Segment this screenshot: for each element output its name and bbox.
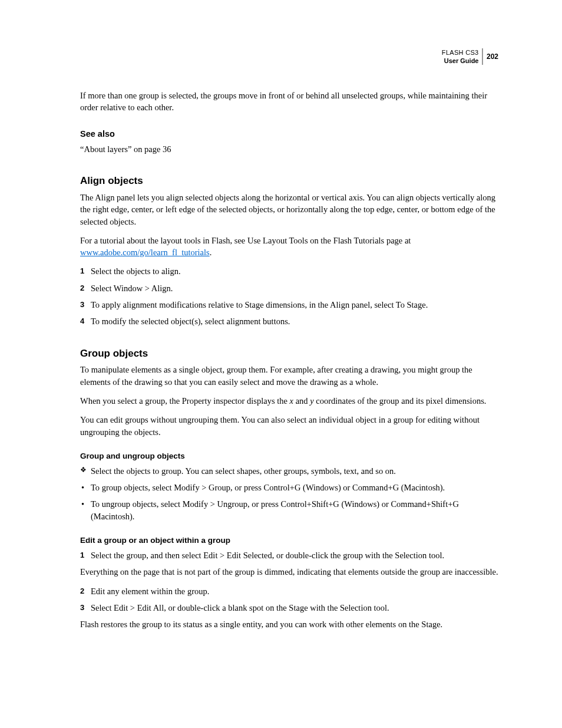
step-text: Edit any element within the group. (91, 585, 498, 597)
group-para2-post: coordinates of the group and its pixel d… (314, 396, 487, 406)
edit-group-heading: Edit a group or an object within a group (80, 535, 498, 546)
diamond-icon: ❖ (80, 465, 91, 477)
list-item: 2 Edit any element within the group. (80, 585, 498, 597)
bullet-icon: • (80, 498, 91, 522)
tutorials-link[interactable]: www.adobe.com/go/learn_fl_tutorials (80, 248, 210, 257)
diamond-item: ❖ Select the objects to group. You can s… (80, 465, 498, 477)
step-text: To modify the selected object(s), select… (91, 315, 498, 327)
group-para2-pre: When you select a group, the Property in… (80, 396, 290, 406)
bullet-text: To group objects, select Modify > Group,… (91, 482, 498, 493)
list-item: • To group objects, select Modify > Grou… (80, 482, 498, 493)
group-ungroup-heading: Group and ungroup objects (80, 451, 498, 462)
diamond-text: Select the objects to group. You can sel… (91, 465, 498, 477)
group-para1: To manipulate elements as a single objec… (80, 364, 498, 388)
list-item: 1 Select the objects to align. (80, 265, 498, 277)
list-item: 2 Select Window > Align. (80, 282, 498, 294)
list-item: 3 Select Edit > Edit All, or double-clic… (80, 602, 498, 614)
bullet-icon: • (80, 482, 91, 493)
step-number: 1 (80, 266, 91, 277)
edit-group-steps: 1 Select the group, and then select Edit… (80, 549, 498, 561)
step-number: 2 (80, 283, 91, 294)
intro-paragraph: If more than one group is selected, the … (80, 90, 498, 114)
bullet-text: To ungroup objects, select Modify > Ungr… (91, 498, 498, 522)
align-para1: The Align panel lets you align selected … (80, 192, 498, 228)
list-item: • To ungroup objects, select Modify > Un… (80, 498, 498, 522)
group-ungroup-bullets: • To group objects, select Modify > Grou… (80, 482, 498, 522)
step-number: 4 (80, 316, 91, 327)
see-also-ref: “About layers” on page 36 (80, 143, 498, 155)
step-text: Select the objects to align. (91, 265, 498, 277)
see-also-heading: See also (80, 128, 498, 140)
step-text: Select Window > Align. (91, 282, 498, 294)
group-heading: Group objects (80, 347, 498, 361)
group-para2-mid: and (293, 396, 310, 406)
list-item: 4 To modify the selected object(s), sele… (80, 315, 498, 327)
edit-group-steps-cont: 2 Edit any element within the group. 3 S… (80, 585, 498, 614)
step-number: 2 (80, 586, 91, 597)
step-text: Select the group, and then select Edit >… (91, 549, 498, 561)
step-text: To apply alignment modifications relativ… (91, 299, 498, 311)
page-number: 202 (483, 52, 498, 62)
align-steps: 1 Select the objects to align. 2 Select … (80, 265, 498, 327)
align-para2-post: . (210, 248, 212, 257)
edit-after3: Flash restores the group to its status a… (80, 618, 498, 630)
align-para2-pre: For a tutorial about the layout tools in… (80, 236, 411, 245)
header-guide: User Guide (442, 57, 479, 65)
step-text: Select Edit > Edit All, or double-click … (91, 602, 498, 614)
list-item: 3 To apply alignment modifications relat… (80, 299, 498, 311)
step-number: 1 (80, 550, 91, 561)
header-product: FLASH CS3 (442, 48, 479, 57)
edit-after1: Everything on the page that is not part … (80, 566, 498, 578)
group-para2: When you select a group, the Property in… (80, 395, 498, 407)
group-para3: You can edit groups without ungrouping t… (80, 414, 498, 438)
step-number: 3 (80, 602, 91, 614)
step-number: 3 (80, 299, 91, 311)
align-heading: Align objects (80, 174, 498, 188)
list-item: 1 Select the group, and then select Edit… (80, 549, 498, 561)
align-para2: For a tutorial about the layout tools in… (80, 235, 498, 259)
page-content: If more than one group is selected, the … (80, 90, 498, 630)
page-header: FLASH CS3 User Guide 202 (442, 48, 498, 65)
